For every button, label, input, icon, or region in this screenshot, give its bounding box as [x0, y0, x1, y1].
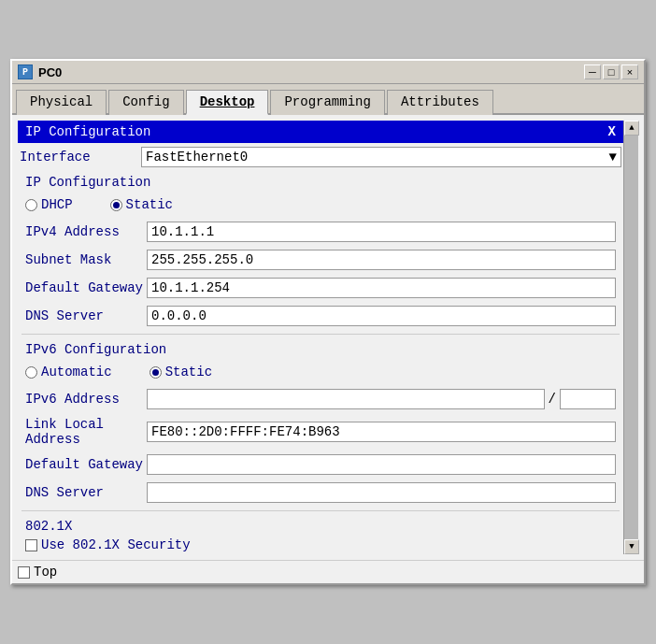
main-window: P PC0 ─ □ × Physical Config Desktop Prog… — [10, 59, 646, 585]
ipv6-dns-server-row: DNS Server — [18, 480, 623, 505]
802-1x-checkbox-label: Use 802.1X Security — [41, 537, 191, 552]
ipv4-radio-row: DHCP Static — [18, 195, 623, 214]
default-gateway-label: Default Gateway — [25, 280, 147, 295]
dhcp-radio[interactable] — [25, 199, 37, 211]
bottom-bar: Top — [12, 560, 644, 583]
tab-desktop[interactable]: Desktop — [186, 90, 269, 115]
interface-select[interactable]: FastEthernet0 ▼ — [141, 147, 621, 167]
ipv4-address-input[interactable] — [147, 222, 616, 242]
default-gateway-row: Default Gateway — [18, 276, 623, 300]
static-radio[interactable] — [110, 199, 122, 211]
ipv4-address-row: IPv4 Address — [18, 220, 623, 244]
tab-physical[interactable]: Physical — [16, 90, 107, 115]
tab-bar: Physical Config Desktop Programming Attr… — [12, 84, 644, 115]
link-local-label: Link Local Address — [25, 417, 147, 447]
title-bar-buttons: ─ □ × — [584, 64, 638, 79]
ipv6-address-label: IPv6 Address — [25, 392, 147, 407]
interface-row: Interface FastEthernet0 ▼ — [18, 147, 623, 167]
dns-server-row: DNS Server — [18, 304, 623, 328]
title-bar: P PC0 ─ □ × — [12, 61, 644, 84]
802-1x-header: 802.1X — [18, 517, 623, 536]
scroll-track[interactable] — [624, 136, 638, 539]
802-1x-checkbox-row: Use 802.1X Security — [18, 536, 623, 554]
ipv6-default-gateway-input[interactable] — [147, 454, 616, 475]
scroll-up-button[interactable]: ▲ — [624, 121, 639, 136]
static-label: Static — [126, 197, 173, 212]
window-title: PC0 — [38, 65, 584, 79]
ipv4-section-title: IP Configuration — [18, 173, 623, 192]
ipv6-address-row: IPv6 Address / — [18, 387, 623, 411]
link-local-row: Link Local Address — [18, 415, 623, 449]
tab-attributes[interactable]: Attributes — [387, 90, 493, 115]
ipv6-automatic-radio-item[interactable]: Automatic — [25, 365, 112, 379]
top-label: Top — [34, 565, 57, 580]
dhcp-label: DHCP — [41, 197, 73, 212]
divider-1 — [21, 334, 620, 335]
interface-value: FastEthernet0 — [146, 150, 248, 165]
dhcp-radio-item[interactable]: DHCP — [25, 197, 73, 212]
dns-server-label: DNS Server — [25, 308, 147, 323]
maximize-button[interactable]: □ — [603, 64, 620, 79]
ipv6-default-gateway-row: Default Gateway — [18, 452, 623, 477]
ipv6-dns-server-input[interactable] — [147, 482, 616, 503]
subnet-mask-label: Subnet Mask — [25, 252, 147, 267]
interface-dropdown-icon: ▼ — [609, 150, 617, 165]
ipv6-default-gateway-label: Default Gateway — [25, 457, 147, 472]
content-area: IP Configuration X Interface FastEtherne… — [12, 115, 644, 560]
tab-config[interactable]: Config — [108, 90, 183, 115]
ipv6-static-radio-item[interactable]: Static — [150, 365, 212, 379]
divider-2 — [21, 510, 620, 511]
ipv6-address-input[interactable] — [147, 389, 545, 409]
minimize-button[interactable]: ─ — [584, 64, 601, 79]
subnet-mask-input[interactable] — [147, 250, 616, 270]
top-checkbox[interactable] — [18, 566, 30, 579]
802-1x-checkbox[interactable] — [25, 539, 37, 551]
ip-config-title: IP Configuration — [25, 124, 150, 139]
close-button[interactable]: × — [621, 64, 638, 79]
ipv6-prefix-input[interactable] — [560, 389, 616, 409]
dns-server-input[interactable] — [147, 306, 616, 326]
ipv6-dns-server-label: DNS Server — [25, 485, 147, 500]
ip-config-close[interactable]: X — [608, 124, 616, 139]
window-icon: P — [18, 64, 33, 79]
static-radio-item[interactable]: Static — [110, 197, 173, 212]
ip-config-header: IP Configuration X — [18, 121, 623, 143]
tab-programming[interactable]: Programming — [270, 90, 384, 115]
ipv6-static-radio[interactable] — [150, 366, 162, 379]
ipv4-address-label: IPv4 Address — [25, 224, 147, 239]
ipv6-slash: / — [549, 392, 556, 407]
ipv6-static-label: Static — [165, 365, 212, 379]
ipv6-automatic-radio[interactable] — [25, 366, 37, 379]
ipv6-section-title: IPv6 Configuration — [18, 340, 623, 359]
link-local-input[interactable] — [147, 422, 616, 442]
default-gateway-input[interactable] — [147, 278, 616, 298]
scrollbar: ▲ ▼ — [623, 121, 638, 554]
scroll-down-button[interactable]: ▼ — [624, 539, 639, 554]
ipv6-address-group: / — [147, 389, 616, 409]
ipv6-radio-row: Automatic Static — [18, 363, 623, 381]
interface-label: Interface — [20, 150, 141, 165]
subnet-mask-row: Subnet Mask — [18, 248, 623, 272]
ipv6-automatic-label: Automatic — [41, 365, 112, 379]
main-panel: IP Configuration X Interface FastEtherne… — [18, 121, 623, 554]
